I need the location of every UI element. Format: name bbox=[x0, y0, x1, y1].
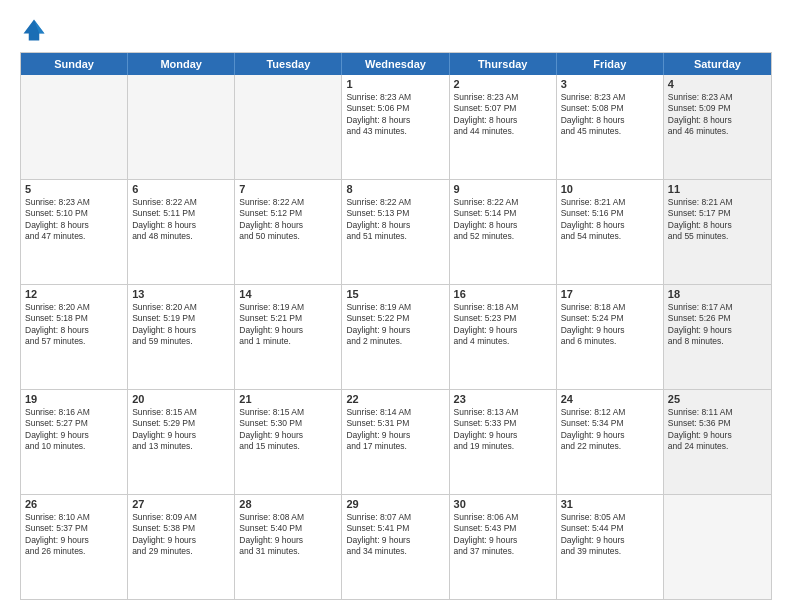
header-day-wednesday: Wednesday bbox=[342, 53, 449, 75]
cal-cell bbox=[21, 75, 128, 179]
day-number: 11 bbox=[668, 183, 767, 195]
day-number: 29 bbox=[346, 498, 444, 510]
day-info: Sunrise: 8:20 AM Sunset: 5:18 PM Dayligh… bbox=[25, 302, 123, 348]
day-info: Sunrise: 8:19 AM Sunset: 5:22 PM Dayligh… bbox=[346, 302, 444, 348]
cal-cell: 24Sunrise: 8:12 AM Sunset: 5:34 PM Dayli… bbox=[557, 390, 664, 494]
day-info: Sunrise: 8:13 AM Sunset: 5:33 PM Dayligh… bbox=[454, 407, 552, 453]
cal-row-1: 5Sunrise: 8:23 AM Sunset: 5:10 PM Daylig… bbox=[21, 179, 771, 284]
cal-cell: 30Sunrise: 8:06 AM Sunset: 5:43 PM Dayli… bbox=[450, 495, 557, 599]
day-info: Sunrise: 8:23 AM Sunset: 5:10 PM Dayligh… bbox=[25, 197, 123, 243]
day-info: Sunrise: 8:15 AM Sunset: 5:30 PM Dayligh… bbox=[239, 407, 337, 453]
day-number: 26 bbox=[25, 498, 123, 510]
cal-cell: 11Sunrise: 8:21 AM Sunset: 5:17 PM Dayli… bbox=[664, 180, 771, 284]
cal-cell: 16Sunrise: 8:18 AM Sunset: 5:23 PM Dayli… bbox=[450, 285, 557, 389]
day-info: Sunrise: 8:22 AM Sunset: 5:14 PM Dayligh… bbox=[454, 197, 552, 243]
header-day-tuesday: Tuesday bbox=[235, 53, 342, 75]
day-number: 17 bbox=[561, 288, 659, 300]
cal-cell: 25Sunrise: 8:11 AM Sunset: 5:36 PM Dayli… bbox=[664, 390, 771, 494]
day-info: Sunrise: 8:21 AM Sunset: 5:17 PM Dayligh… bbox=[668, 197, 767, 243]
day-number: 12 bbox=[25, 288, 123, 300]
cal-cell: 15Sunrise: 8:19 AM Sunset: 5:22 PM Dayli… bbox=[342, 285, 449, 389]
day-number: 16 bbox=[454, 288, 552, 300]
cal-row-0: 1Sunrise: 8:23 AM Sunset: 5:06 PM Daylig… bbox=[21, 75, 771, 179]
day-number: 30 bbox=[454, 498, 552, 510]
day-number: 14 bbox=[239, 288, 337, 300]
day-number: 19 bbox=[25, 393, 123, 405]
cal-cell: 10Sunrise: 8:21 AM Sunset: 5:16 PM Dayli… bbox=[557, 180, 664, 284]
day-info: Sunrise: 8:22 AM Sunset: 5:12 PM Dayligh… bbox=[239, 197, 337, 243]
day-info: Sunrise: 8:22 AM Sunset: 5:13 PM Dayligh… bbox=[346, 197, 444, 243]
day-number: 6 bbox=[132, 183, 230, 195]
day-info: Sunrise: 8:11 AM Sunset: 5:36 PM Dayligh… bbox=[668, 407, 767, 453]
cal-cell bbox=[235, 75, 342, 179]
cal-cell: 19Sunrise: 8:16 AM Sunset: 5:27 PM Dayli… bbox=[21, 390, 128, 494]
cal-cell: 2Sunrise: 8:23 AM Sunset: 5:07 PM Daylig… bbox=[450, 75, 557, 179]
day-info: Sunrise: 8:10 AM Sunset: 5:37 PM Dayligh… bbox=[25, 512, 123, 558]
day-info: Sunrise: 8:20 AM Sunset: 5:19 PM Dayligh… bbox=[132, 302, 230, 348]
cal-cell: 31Sunrise: 8:05 AM Sunset: 5:44 PM Dayli… bbox=[557, 495, 664, 599]
cal-cell: 4Sunrise: 8:23 AM Sunset: 5:09 PM Daylig… bbox=[664, 75, 771, 179]
cal-cell: 29Sunrise: 8:07 AM Sunset: 5:41 PM Dayli… bbox=[342, 495, 449, 599]
day-number: 15 bbox=[346, 288, 444, 300]
cal-cell: 26Sunrise: 8:10 AM Sunset: 5:37 PM Dayli… bbox=[21, 495, 128, 599]
day-number: 21 bbox=[239, 393, 337, 405]
cal-cell: 6Sunrise: 8:22 AM Sunset: 5:11 PM Daylig… bbox=[128, 180, 235, 284]
day-number: 18 bbox=[668, 288, 767, 300]
day-info: Sunrise: 8:23 AM Sunset: 5:07 PM Dayligh… bbox=[454, 92, 552, 138]
day-info: Sunrise: 8:23 AM Sunset: 5:09 PM Dayligh… bbox=[668, 92, 767, 138]
cal-cell: 5Sunrise: 8:23 AM Sunset: 5:10 PM Daylig… bbox=[21, 180, 128, 284]
day-number: 28 bbox=[239, 498, 337, 510]
day-number: 23 bbox=[454, 393, 552, 405]
day-info: Sunrise: 8:16 AM Sunset: 5:27 PM Dayligh… bbox=[25, 407, 123, 453]
cal-row-3: 19Sunrise: 8:16 AM Sunset: 5:27 PM Dayli… bbox=[21, 389, 771, 494]
cal-cell: 12Sunrise: 8:20 AM Sunset: 5:18 PM Dayli… bbox=[21, 285, 128, 389]
cal-cell: 14Sunrise: 8:19 AM Sunset: 5:21 PM Dayli… bbox=[235, 285, 342, 389]
cal-cell: 3Sunrise: 8:23 AM Sunset: 5:08 PM Daylig… bbox=[557, 75, 664, 179]
day-info: Sunrise: 8:15 AM Sunset: 5:29 PM Dayligh… bbox=[132, 407, 230, 453]
day-info: Sunrise: 8:12 AM Sunset: 5:34 PM Dayligh… bbox=[561, 407, 659, 453]
header bbox=[20, 16, 772, 44]
cal-cell: 18Sunrise: 8:17 AM Sunset: 5:26 PM Dayli… bbox=[664, 285, 771, 389]
day-number: 5 bbox=[25, 183, 123, 195]
cal-cell: 20Sunrise: 8:15 AM Sunset: 5:29 PM Dayli… bbox=[128, 390, 235, 494]
day-number: 1 bbox=[346, 78, 444, 90]
header-day-sunday: Sunday bbox=[21, 53, 128, 75]
day-number: 27 bbox=[132, 498, 230, 510]
day-number: 9 bbox=[454, 183, 552, 195]
day-info: Sunrise: 8:18 AM Sunset: 5:23 PM Dayligh… bbox=[454, 302, 552, 348]
cal-cell: 28Sunrise: 8:08 AM Sunset: 5:40 PM Dayli… bbox=[235, 495, 342, 599]
cal-cell: 1Sunrise: 8:23 AM Sunset: 5:06 PM Daylig… bbox=[342, 75, 449, 179]
logo bbox=[20, 16, 52, 44]
day-info: Sunrise: 8:08 AM Sunset: 5:40 PM Dayligh… bbox=[239, 512, 337, 558]
day-number: 24 bbox=[561, 393, 659, 405]
cal-cell bbox=[664, 495, 771, 599]
page: SundayMondayTuesdayWednesdayThursdayFrid… bbox=[0, 0, 792, 612]
header-day-thursday: Thursday bbox=[450, 53, 557, 75]
calendar-body: 1Sunrise: 8:23 AM Sunset: 5:06 PM Daylig… bbox=[21, 75, 771, 599]
cal-cell: 22Sunrise: 8:14 AM Sunset: 5:31 PM Dayli… bbox=[342, 390, 449, 494]
day-number: 22 bbox=[346, 393, 444, 405]
day-info: Sunrise: 8:07 AM Sunset: 5:41 PM Dayligh… bbox=[346, 512, 444, 558]
day-info: Sunrise: 8:05 AM Sunset: 5:44 PM Dayligh… bbox=[561, 512, 659, 558]
day-number: 3 bbox=[561, 78, 659, 90]
day-info: Sunrise: 8:17 AM Sunset: 5:26 PM Dayligh… bbox=[668, 302, 767, 348]
calendar-header-row: SundayMondayTuesdayWednesdayThursdayFrid… bbox=[21, 53, 771, 75]
day-number: 25 bbox=[668, 393, 767, 405]
cal-cell: 17Sunrise: 8:18 AM Sunset: 5:24 PM Dayli… bbox=[557, 285, 664, 389]
day-number: 8 bbox=[346, 183, 444, 195]
day-info: Sunrise: 8:23 AM Sunset: 5:06 PM Dayligh… bbox=[346, 92, 444, 138]
cal-cell: 21Sunrise: 8:15 AM Sunset: 5:30 PM Dayli… bbox=[235, 390, 342, 494]
day-number: 10 bbox=[561, 183, 659, 195]
cal-row-2: 12Sunrise: 8:20 AM Sunset: 5:18 PM Dayli… bbox=[21, 284, 771, 389]
cal-row-4: 26Sunrise: 8:10 AM Sunset: 5:37 PM Dayli… bbox=[21, 494, 771, 599]
day-number: 31 bbox=[561, 498, 659, 510]
day-number: 2 bbox=[454, 78, 552, 90]
day-info: Sunrise: 8:19 AM Sunset: 5:21 PM Dayligh… bbox=[239, 302, 337, 348]
day-info: Sunrise: 8:23 AM Sunset: 5:08 PM Dayligh… bbox=[561, 92, 659, 138]
day-info: Sunrise: 8:22 AM Sunset: 5:11 PM Dayligh… bbox=[132, 197, 230, 243]
day-number: 13 bbox=[132, 288, 230, 300]
cal-cell: 7Sunrise: 8:22 AM Sunset: 5:12 PM Daylig… bbox=[235, 180, 342, 284]
cal-cell: 23Sunrise: 8:13 AM Sunset: 5:33 PM Dayli… bbox=[450, 390, 557, 494]
logo-icon bbox=[20, 16, 48, 44]
cal-cell: 13Sunrise: 8:20 AM Sunset: 5:19 PM Dayli… bbox=[128, 285, 235, 389]
